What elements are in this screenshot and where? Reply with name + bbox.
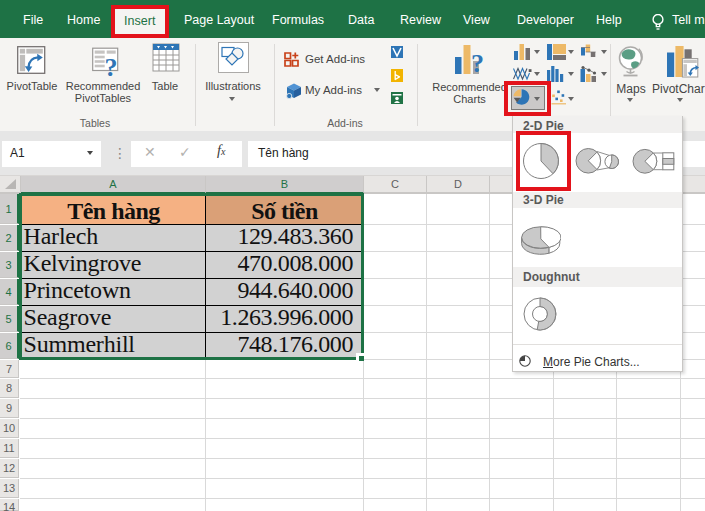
svg-text:?: ? <box>105 53 118 79</box>
svg-text:?: ? <box>471 49 484 75</box>
